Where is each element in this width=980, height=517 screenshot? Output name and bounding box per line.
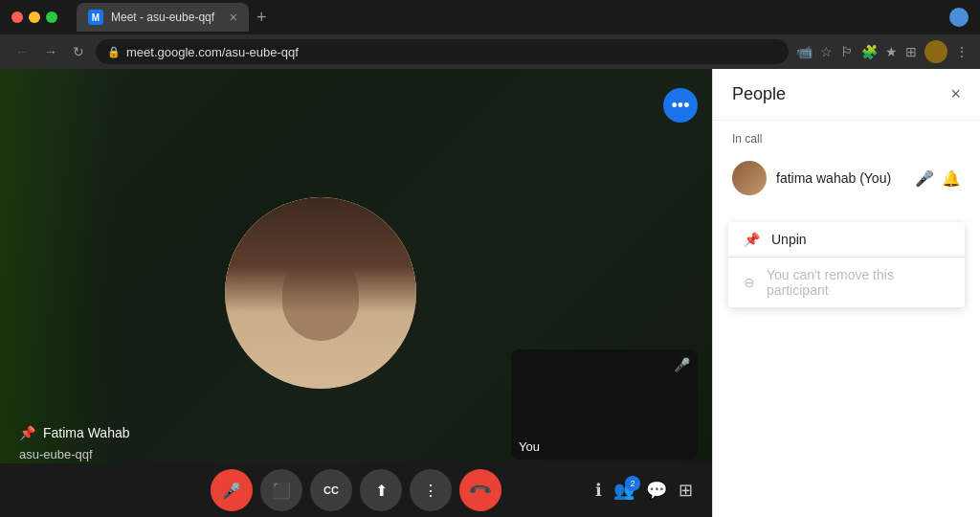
hangup-icon: 📞 <box>467 477 494 504</box>
panel-title: People <box>732 84 786 104</box>
present-button[interactable]: ⬆ <box>360 469 402 511</box>
tab-close-button[interactable]: × <box>230 10 237 25</box>
camera-button[interactable]: ⬛ <box>260 469 302 511</box>
participant-actions: 🎤 🔔 <box>915 169 961 188</box>
camera-icon: ⬛ <box>272 482 291 500</box>
context-menu: 📌 Unpin ⊖ You can't remove this particip… <box>728 222 965 307</box>
active-tab[interactable]: M Meet - asu-eube-qqf × <box>77 3 249 32</box>
tab-favicon: M <box>88 10 103 25</box>
minimize-traffic-light[interactable] <box>29 11 40 23</box>
menu-icon[interactable]: ⋮ <box>955 44 969 59</box>
panel-header: People × <box>713 69 980 121</box>
forward-button[interactable]: → <box>40 42 61 61</box>
extension-icon1[interactable]: 🏳 <box>840 44 854 59</box>
main-content: ••• 📌 Fatima Wahab asu-eube-qqf 🎤 You 🎤 <box>0 69 980 517</box>
bell-icon[interactable]: 🔔 <box>942 169 961 188</box>
lock-icon: 🔒 <box>107 46 121 58</box>
right-controls: ℹ 👥 2 💬 ⊞ <box>595 469 693 511</box>
in-call-label: In call <box>713 121 980 153</box>
address-field[interactable]: 🔒 meet.google.com/asu-eube-qqf <box>96 39 789 64</box>
more-icon: ⋮ <box>423 482 438 500</box>
hangup-button[interactable]: 📞 <box>459 469 501 511</box>
bottom-controls: 🎤 ⬛ CC ⬆ ⋮ 📞 ℹ 👥 2 <box>0 463 712 517</box>
bookmark-icon[interactable]: ☆ <box>820 44 833 59</box>
tab-bar: M Meet - asu-eube-qqf × + <box>77 3 942 32</box>
chat-button[interactable]: 💬 <box>646 480 667 501</box>
video-area: ••• 📌 Fatima Wahab asu-eube-qqf 🎤 You 🎤 <box>0 69 712 517</box>
ellipsis-icon: ••• <box>672 96 690 116</box>
more-button[interactable]: ⋮ <box>410 469 452 511</box>
tab-title: Meet - asu-eube-qqf <box>111 11 222 24</box>
address-bar: ← → ↻ 🔒 meet.google.com/asu-eube-qqf 📹 ☆… <box>0 34 980 69</box>
activities-button[interactable]: ⊞ <box>679 480 693 501</box>
extension-icon2[interactable]: 🧩 <box>861 44 878 59</box>
people-panel: People × In call fatima wahab (You) 🎤 🔔 … <box>712 69 980 517</box>
participant-display-name: Fatima Wahab <box>43 425 130 440</box>
extension-icon4[interactable]: ⊞ <box>905 44 917 59</box>
refresh-button[interactable]: ↻ <box>69 42 88 61</box>
self-video-tile: 🎤 You <box>511 349 698 460</box>
title-bar: M Meet - asu-eube-qqf × + <box>0 0 980 34</box>
remove-label: You can't remove this participant <box>767 267 949 298</box>
user-avatar[interactable] <box>924 40 947 63</box>
traffic-lights <box>11 11 57 23</box>
maximize-traffic-light[interactable] <box>46 11 57 23</box>
self-mute-icon: 🎤 <box>674 357 690 372</box>
remove-icon: ⊖ <box>744 275 755 290</box>
participant-avatar-face <box>225 197 416 389</box>
meeting-id: asu-eube-qqf <box>19 447 93 461</box>
close-traffic-light[interactable] <box>11 11 23 23</box>
captions-button[interactable]: CC <box>310 469 352 511</box>
extension-icon3[interactable]: ★ <box>885 44 898 59</box>
info-button[interactable]: ℹ <box>595 480 602 501</box>
captions-icon: CC <box>323 484 339 496</box>
mute-button[interactable]: 🎤 <box>211 469 253 511</box>
present-icon: ⬆ <box>375 482 388 500</box>
participant-name: fatima wahab (You) <box>776 170 905 186</box>
pin-icon: 📌 <box>19 425 35 440</box>
participant-name-tag: 📌 Fatima Wahab <box>19 425 130 440</box>
people-badge: 2 <box>625 476 640 491</box>
more-options-button[interactable]: ••• <box>663 88 698 123</box>
back-button[interactable]: ← <box>11 42 33 61</box>
mic-muted-icon[interactable]: 🎤 <box>915 169 934 188</box>
camera-toolbar-icon[interactable]: 📹 <box>796 44 813 59</box>
unpin-menu-item[interactable]: 📌 Unpin <box>728 222 965 257</box>
self-video-label: You <box>511 434 547 460</box>
browser-profile-avatar[interactable] <box>949 8 969 27</box>
participant-avatar <box>732 161 767 195</box>
toolbar-icons: 📹 ☆ 🏳 🧩 ★ ⊞ ⋮ <box>796 40 969 63</box>
close-panel-button[interactable]: × <box>950 84 961 104</box>
url-text: meet.google.com/asu-eube-qqf <box>126 45 299 59</box>
mute-icon: 🎤 <box>222 482 241 500</box>
participant-row: fatima wahab (You) 🎤 🔔 <box>713 153 980 203</box>
remove-menu-item: ⊖ You can't remove this participant <box>728 258 965 307</box>
people-button[interactable]: 👥 2 <box>613 480 635 501</box>
unpin-icon: 📌 <box>744 232 760 247</box>
new-tab-button[interactable]: + <box>256 8 267 28</box>
main-participant-video <box>225 197 416 389</box>
browser-chrome: M Meet - asu-eube-qqf × + ← → ↻ 🔒 meet.g… <box>0 0 980 69</box>
unpin-label: Unpin <box>771 232 807 247</box>
